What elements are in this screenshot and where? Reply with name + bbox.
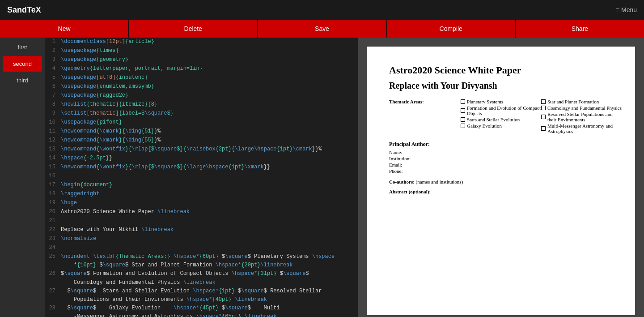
thematic-item-7: Galaxy Evolution (461, 123, 541, 129)
field-name: Name: (389, 150, 613, 155)
editor-line: 15\newcommand{\wontfix}{\rlap{$\square$}… (45, 163, 358, 172)
line-number: 20 (45, 208, 61, 217)
editor-line: 19\huge (45, 199, 358, 208)
thematic-item-1: Planetary Systems (461, 99, 541, 104)
editor-line: 18\raggedright (45, 190, 358, 199)
checkbox-6 (541, 115, 546, 119)
editor-line: 12\newcommand{\xmark}{\ding{55}}% (45, 136, 358, 145)
thematic-text-8: Multi-Messenger Astronomy and Astrophysi… (547, 123, 622, 134)
line-content: \setlist[thematic]{label=$\square$} (61, 109, 358, 118)
line-content: \documentclass[12pt]{article} (61, 38, 358, 47)
editor-line: 16 (45, 172, 358, 181)
thematic-col2: Star and Planet Formation Cosmology and … (541, 99, 622, 135)
thematic-item-2: Star and Planet Formation (541, 99, 622, 104)
principal-author-section: Principal Author: Name: Institution: Ema… (389, 141, 613, 174)
editor-line: 10\usepackage{pifont} (45, 118, 358, 127)
checkbox-7 (461, 124, 465, 128)
line-content: \begin{document} (61, 181, 358, 190)
editor-line: 24 (45, 244, 358, 253)
line-content: Astro2020 Science White Paper \linebreak (61, 208, 358, 217)
thematic-item-8: Multi-Messenger Astronomy and Astrophysi… (541, 123, 622, 134)
preview-document: Astro2020 Science White Paper Replace wi… (367, 47, 635, 315)
new-button[interactable]: New (0, 20, 129, 38)
line-number: 28 (45, 304, 61, 317)
checkbox-1 (461, 99, 465, 104)
line-content: \newcommand{\cmark}{\ding{51}}% (61, 127, 358, 136)
line-number: 26 (45, 270, 61, 287)
line-number: 4 (45, 64, 61, 73)
app-title: SandTeX (7, 5, 41, 15)
principal-author-label: Principal Author: (389, 141, 613, 148)
checkbox-8 (541, 126, 546, 131)
line-number: 6 (45, 82, 61, 91)
line-content: $\square$ Galaxy Evolution \hspace*{45pt… (61, 304, 358, 317)
line-number: 12 (45, 136, 61, 145)
editor-line: 28 $\square$ Galaxy Evolution \hspace*{4… (45, 304, 358, 317)
line-number: 10 (45, 118, 61, 127)
line-content: $\square$ Stars and Stellar Evolution \h… (61, 287, 358, 304)
share-button[interactable]: Share (516, 20, 644, 38)
sidebar-tab-first[interactable]: first (0, 39, 45, 55)
editor-line: 26$\square$ Formation and Evolution of C… (45, 270, 358, 287)
delete-button[interactable]: Delete (129, 20, 258, 38)
editor-line: 13\newcommand{\wontfix}{\rlap{$\square$}… (45, 145, 358, 154)
thematic-item-5: Stars and Stellar Evolution (461, 117, 541, 122)
menu-button[interactable]: ≡ Menu (616, 6, 637, 13)
save-button[interactable]: Save (258, 20, 386, 38)
line-number: 17 (45, 181, 61, 190)
thematic-item-3: Formation and Evolution of Compact Objec… (461, 105, 541, 116)
line-number: 16 (45, 172, 61, 181)
line-number: 25 (45, 253, 61, 270)
line-content: \huge (61, 199, 358, 208)
line-number: 24 (45, 244, 61, 253)
line-content: \newlist{thematic}{itemize}{8} (61, 100, 358, 109)
thematic-text-5: Stars and Stellar Evolution (467, 117, 520, 122)
thematic-item-4: Cosmology and Fundamental Physics (541, 105, 622, 111)
compile-button[interactable]: Compile (387, 20, 516, 38)
line-number: 23 (45, 235, 61, 244)
checkbox-4 (541, 106, 546, 110)
checkbox-3 (461, 108, 465, 113)
line-number: 27 (45, 287, 61, 304)
abstract-label: Abstract (optional): (389, 189, 613, 194)
thematic-areas: Thematic Areas: Planetary Systems Format… (389, 99, 613, 135)
editor-line: 25\noindent \textbf{Thematic Areas:} \hs… (45, 253, 358, 270)
editor-line: 27 $\square$ Stars and Stellar Evolution… (45, 287, 358, 304)
preview-title2: Replace with Your Divyansh (389, 81, 613, 91)
line-content: \usepackage[utf8]{inputenc} (61, 73, 358, 82)
line-content: \usepackage{enumitem,amssymb} (61, 82, 358, 91)
preview-title1: Astro2020 Science White Paper (389, 64, 613, 76)
line-content: $\square$ Formation and Evolution of Com… (61, 270, 358, 287)
line-content: \geometry{letterpaper, portrait, margin=… (61, 64, 358, 73)
field-email: Email: (389, 162, 613, 167)
editor-line: 5\usepackage[utf8]{inputenc} (45, 73, 358, 82)
line-number: 3 (45, 56, 61, 64)
coauthors-section: Co-authors: (names and institutions) (389, 179, 613, 184)
line-content: \newcommand{\wontfix}{\rlap{$\square$}{\… (61, 163, 358, 172)
coauthors-text: (names and institutions) (416, 179, 463, 184)
thematic-text-6: Resolved Stellar Populations and their E… (547, 111, 622, 122)
line-number: 13 (45, 145, 61, 154)
topbar: SandTeX ≡ Menu (0, 0, 644, 20)
line-content (61, 244, 358, 253)
sidebar-tab-second[interactable]: second (3, 56, 42, 72)
line-content: \usepackage{pifont} (61, 118, 358, 127)
line-content: \usepackage{geometry} (61, 56, 358, 64)
line-content: \noindent \textbf{Thematic Areas:} \hspa… (61, 253, 358, 270)
line-content: \newcommand{\xmark}{\ding{55}}% (61, 136, 358, 145)
line-number: 22 (45, 226, 61, 235)
line-number: 2 (45, 47, 61, 56)
line-content (61, 172, 358, 181)
checkbox-2 (541, 99, 546, 104)
checkbox-5 (461, 117, 465, 122)
line-content: Replace with Your Nikhil \linebreak (61, 226, 358, 235)
thematic-header-row: Thematic Areas: Planetary Systems Format… (389, 99, 613, 135)
line-number: 5 (45, 73, 61, 82)
thematic-text-7: Galaxy Evolution (467, 123, 502, 129)
line-content: \normalsize (61, 235, 358, 244)
editor-line: 8\newlist{thematic}{itemize}{8} (45, 100, 358, 109)
field-institution: Institution: (389, 156, 613, 161)
code-editor[interactable]: 1\documentclass[12pt]{article}2\usepacka… (45, 38, 358, 317)
sidebar-tab-third[interactable]: third (0, 73, 45, 88)
line-content: \usepackage{times} (61, 47, 358, 56)
